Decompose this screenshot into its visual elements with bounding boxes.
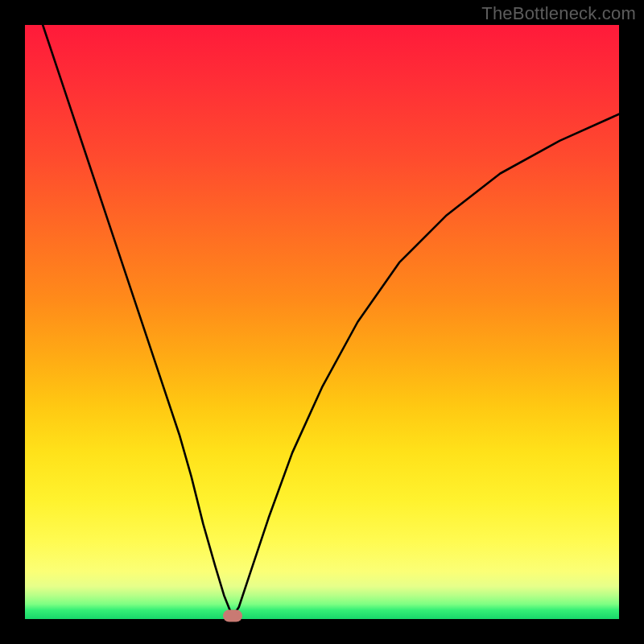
watermark-text: TheBottleneck.com [481,3,636,24]
plot-area [25,25,619,619]
bottleneck-curve [25,25,619,619]
optimal-point-marker [223,610,242,622]
chart-frame: TheBottleneck.com [0,0,644,644]
